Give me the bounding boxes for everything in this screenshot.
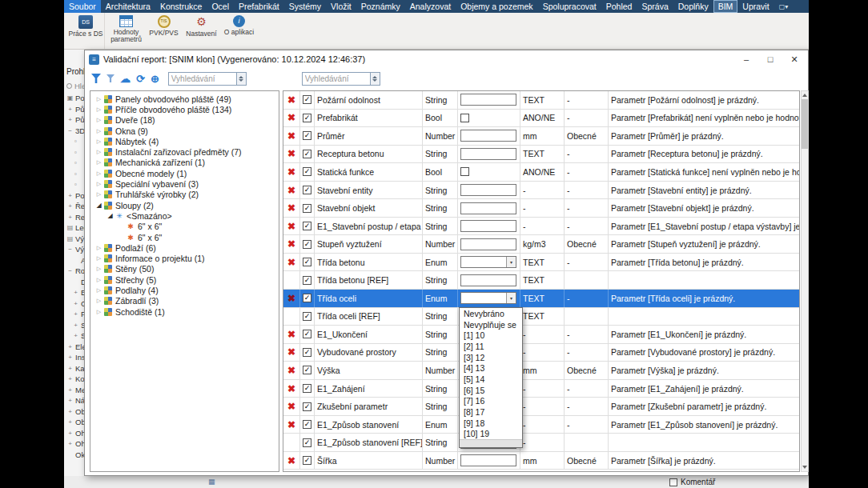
combo-option[interactable]: [6] 15 bbox=[460, 385, 522, 396]
table-row[interactable]: ✖✓Stavební entityString--Parametr [Stave… bbox=[283, 182, 799, 200]
comment-toggle[interactable]: Komentář bbox=[669, 478, 715, 486]
tree-item[interactable]: ▷Nábytek (4) bbox=[90, 136, 279, 146]
menu-tab-spolupracovat[interactable]: Spolupracovat bbox=[538, 0, 601, 13]
combo-option[interactable]: [10] 19 bbox=[460, 429, 522, 440]
table-row[interactable]: ✖✓E1_UkončeníString--Parametr [E1_Ukonče… bbox=[283, 326, 799, 344]
ribbon-button-o-aplikaci[interactable]: iO aplikaci bbox=[220, 13, 258, 49]
menu-tab-poznámky[interactable]: Poznámky bbox=[356, 0, 405, 13]
tree-item[interactable]: ◢Sloupy (2) bbox=[90, 200, 279, 210]
expand-arrow-icon[interactable]: ▷ bbox=[94, 191, 103, 198]
table-row[interactable]: ✓Třída oceli [REF]StringTEXT bbox=[283, 308, 799, 326]
param-value-input[interactable] bbox=[460, 94, 516, 106]
row-checkbox[interactable]: ✓ bbox=[303, 95, 311, 104]
tree-item[interactable]: ✱6" x 6" bbox=[90, 222, 279, 232]
menu-tab-architektura[interactable]: Architektura bbox=[101, 0, 155, 13]
param-value-combobox[interactable]: ▾ bbox=[460, 256, 516, 268]
menu-tab-vložit[interactable]: Vložit bbox=[326, 0, 356, 13]
expand-arrow-icon[interactable]: ▷ bbox=[94, 245, 103, 251]
row-checkbox[interactable]: ✓ bbox=[303, 312, 311, 321]
row-checkbox[interactable]: ✓ bbox=[303, 384, 311, 393]
table-row[interactable]: ✖✓VýškaNumbermmObecnéParametr [Výška] je… bbox=[283, 362, 799, 380]
combo-option[interactable]: [9] 18 bbox=[460, 418, 522, 429]
table-row[interactable]: ✖✓Třída oceliEnum▾TEXT-Parametr [Třída o… bbox=[283, 290, 799, 308]
row-checkbox[interactable]: ✓ bbox=[303, 222, 311, 230]
tree-item[interactable]: ▷Podlaží (6) bbox=[90, 242, 279, 253]
close-button[interactable]: ✕ bbox=[782, 51, 806, 67]
expand-arrow-icon[interactable]: ▷ bbox=[94, 309, 103, 315]
expand-arrow-icon[interactable]: ▷ bbox=[94, 298, 103, 304]
expand-arrow-icon[interactable]: ▷ bbox=[94, 266, 103, 272]
table-row[interactable]: ✖✓E1_Stavební postup / etapa výstavbyStr… bbox=[283, 218, 799, 236]
tree-item[interactable]: ▷Dveře (18) bbox=[90, 115, 279, 126]
row-checkbox[interactable]: ✓ bbox=[303, 204, 311, 213]
param-value-input[interactable] bbox=[460, 148, 516, 160]
table-row[interactable]: ✖✓Statická funkceBoolANO/NE-Parametr [St… bbox=[283, 163, 799, 182]
table-row[interactable]: ✓E1_Způsob stanovení [REF]String- bbox=[283, 434, 799, 452]
tree-item[interactable]: ▷Schodiště (1) bbox=[90, 306, 279, 317]
tree-item[interactable]: ✱6" x 6" bbox=[90, 232, 279, 242]
tree-search-input[interactable] bbox=[168, 72, 237, 86]
row-checkbox[interactable]: ✓ bbox=[303, 402, 311, 411]
param-value-input[interactable] bbox=[460, 130, 516, 142]
table-row[interactable]: ✖✓Zkušební parametrString--Parametr [Zku… bbox=[283, 398, 799, 416]
table-row[interactable]: ✖✓Vybudované prostoryString--Parametr [V… bbox=[283, 344, 799, 362]
scrollbar-thumb[interactable] bbox=[802, 99, 808, 149]
row-checkbox[interactable]: ✓ bbox=[303, 456, 311, 465]
comment-checkbox[interactable] bbox=[669, 478, 677, 486]
ribbon-button-hodnoty-parametrů[interactable]: Hodnoty parametrů bbox=[107, 13, 145, 49]
cloud-icon[interactable]: ☁ bbox=[120, 74, 131, 84]
collapse-arrow-icon[interactable]: ◢ bbox=[94, 202, 103, 209]
tree-item[interactable]: ▷Obecné modely (1) bbox=[90, 168, 279, 178]
table-search-input[interactable] bbox=[302, 72, 371, 86]
table-row[interactable]: ✖✓Stupeň vyztuženíNumberkg/m3ObecnéParam… bbox=[283, 235, 799, 254]
tree-item[interactable]: ▷Podlahy (4) bbox=[90, 285, 279, 295]
table-row[interactable]: ✖✓PrůměrNumbermmObecnéParametr [Průměr] … bbox=[283, 127, 799, 146]
table-row[interactable]: ✖✓Receptura betonuStringTEXT-Parametr [R… bbox=[283, 146, 799, 164]
dialog-titlebar[interactable]: ≡ Validační report: [SNIM klon] (Vygener… bbox=[85, 50, 808, 68]
menu-tab-konstrukce[interactable]: Konstrukce bbox=[155, 0, 207, 13]
table-search-spinner[interactable] bbox=[371, 72, 380, 86]
row-checkbox[interactable]: ✓ bbox=[303, 438, 311, 447]
table-row[interactable]: ✖✓E1_Způsob stanoveníEnum--Parametr [E1_… bbox=[283, 416, 799, 434]
tree-item[interactable]: ▷Truhlářské výrobky (2) bbox=[90, 190, 279, 200]
tree-item[interactable]: ▷Stěny (50) bbox=[90, 264, 279, 274]
row-checkbox[interactable]: ✓ bbox=[303, 420, 311, 429]
table-row[interactable]: ✖✓ŠířkaNumbermmObecnéParametr [Šířka] je… bbox=[283, 452, 799, 470]
combo-option[interactable]: [3] 12 bbox=[460, 352, 522, 363]
tree-item[interactable]: ◢✳<Smazáno> bbox=[90, 210, 279, 221]
param-value-checkbox[interactable] bbox=[460, 114, 469, 122]
scroll-up-icon[interactable] bbox=[802, 94, 807, 97]
combo-option[interactable]: [4] 13 bbox=[460, 362, 522, 374]
ribbon-button-pvk-pvs[interactable]: TISPVK/PVS bbox=[145, 13, 183, 49]
tree-item[interactable]: ▷Panely obvodového pláště (49) bbox=[90, 94, 279, 104]
row-checkbox[interactable]: ✓ bbox=[303, 366, 311, 374]
table-row[interactable]: ✖✓PrefabrikátBoolANO/NE-Parametr [Prefab… bbox=[283, 110, 799, 128]
filter-secondary-icon[interactable] bbox=[106, 74, 115, 82]
menu-tab-soubor[interactable]: Soubor bbox=[64, 0, 101, 13]
param-value-input[interactable] bbox=[460, 274, 516, 286]
combo-option[interactable]: [7] 16 bbox=[460, 396, 522, 407]
expand-arrow-icon[interactable]: ▷ bbox=[94, 106, 103, 113]
filter-icon[interactable] bbox=[91, 74, 101, 83]
menu-tab-správa[interactable]: Správa bbox=[637, 0, 673, 13]
param-value-input[interactable] bbox=[460, 184, 516, 196]
expand-arrow-icon[interactable]: ▷ bbox=[94, 96, 103, 102]
tree-item[interactable]: ▷Střechy (5) bbox=[90, 274, 279, 285]
tree-item[interactable]: ▷Informace o projektu (1) bbox=[90, 253, 279, 263]
table-row[interactable]: ✓Třída betonu [REF]StringTEXT bbox=[283, 271, 799, 290]
maximize-button[interactable]: □ bbox=[758, 51, 782, 67]
menu-tab-bim[interactable]: BIM bbox=[713, 0, 738, 13]
tree-item[interactable]: ▷Mechanická zařízení (1) bbox=[90, 158, 279, 168]
expand-arrow-icon[interactable]: ▷ bbox=[94, 149, 103, 155]
row-checkbox[interactable]: ✓ bbox=[303, 330, 311, 338]
combo-option[interactable]: [5] 14 bbox=[460, 374, 522, 385]
menu-tab-systémy[interactable]: Systémy bbox=[284, 0, 326, 13]
combo-option[interactable]: Nevybráno bbox=[460, 308, 522, 319]
table-row[interactable]: ✖✓Požární odolnostStringTEXT-Parametr [P… bbox=[283, 91, 799, 110]
expand-arrow-icon[interactable]: ▷ bbox=[94, 128, 103, 134]
menu-tab-prefabrikát[interactable]: Prefabrikát bbox=[234, 0, 284, 13]
expand-arrow-icon[interactable]: ▷ bbox=[94, 255, 103, 262]
row-checkbox[interactable]: ✓ bbox=[303, 240, 311, 249]
minimize-button[interactable]: – bbox=[734, 51, 758, 67]
combo-option[interactable]: [8] 17 bbox=[460, 406, 522, 418]
